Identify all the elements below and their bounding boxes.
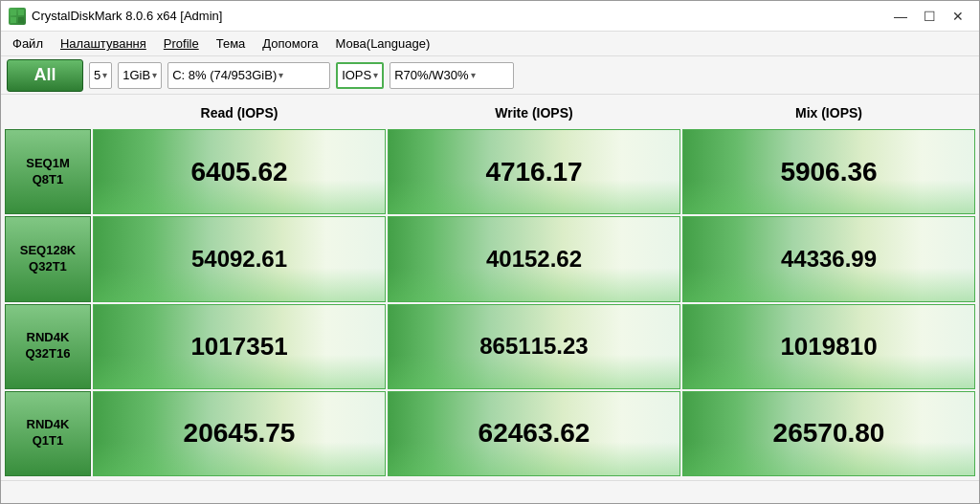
header-empty (5, 99, 91, 127)
header-write: Write (IOPS) (388, 99, 680, 127)
drive-dropdown[interactable]: C: 8% (74/953GiB) ▾ (167, 62, 330, 89)
main-content: Read (IOPS) Write (IOPS) Mix (IOPS) SEQ1… (1, 95, 979, 480)
menu-settings[interactable]: Налаштування (53, 34, 154, 53)
cell-rnd4k-q1-read: 20645.75 (93, 391, 386, 476)
table-header: Read (IOPS) Write (IOPS) Mix (IOPS) (5, 99, 975, 127)
cell-rnd4k-q32-write: 865115.23 (388, 304, 680, 389)
drive-value: C: 8% (74/953GiB) (172, 68, 277, 82)
status-bar (1, 480, 979, 503)
svg-rect-0 (11, 10, 16, 15)
mode-dropdown[interactable]: IOPS ▾ (336, 62, 384, 89)
cell-seq128k-mix: 44336.99 (682, 216, 975, 301)
profile-value: R70%/W30% (394, 68, 468, 82)
toolbar: All 5 ▾ 1GiB ▾ C: 8% (74/953GiB) ▾ IOPS … (1, 56, 979, 95)
table-row: RND4KQ32T16 1017351 865115.23 1019810 (5, 304, 975, 389)
minimize-button[interactable]: — (887, 6, 914, 27)
table-body: SEQ1MQ8T1 6405.62 4716.17 5906.36 SEQ128… (5, 129, 975, 476)
drive-arrow: ▾ (278, 70, 283, 80)
header-read: Read (IOPS) (93, 99, 386, 127)
value-seq1m-mix: 5906.36 (780, 157, 877, 187)
cell-rnd4k-q32-read: 1017351 (93, 304, 386, 389)
row-label-rnd4k-q32: RND4KQ32T16 (5, 304, 91, 389)
size-dropdown[interactable]: 1GiB ▾ (118, 62, 162, 89)
menu-file[interactable]: Файл (5, 34, 51, 53)
row-label-seq128k: SEQ128KQ32T1 (5, 216, 91, 301)
cell-seq1m-read: 6405.62 (93, 129, 386, 214)
menu-bar: Файл Налаштування Profile Тема Допомога … (1, 32, 979, 56)
svg-rect-2 (11, 17, 16, 23)
size-arrow: ▾ (152, 70, 157, 80)
svg-rect-1 (18, 10, 24, 15)
main-window: CrystalDiskMark 8.0.6 x64 [Admin] — ☐ ✕ … (0, 0, 980, 504)
table-row: SEQ1MQ8T1 6405.62 4716.17 5906.36 (5, 129, 975, 214)
value-rnd4k-q32-read: 1017351 (190, 332, 287, 362)
table-row: RND4KQ1T1 20645.75 62463.62 26570.80 (5, 391, 975, 476)
value-seq1m-read: 6405.62 (190, 157, 287, 187)
mode-arrow: ▾ (373, 70, 378, 80)
profile-dropdown[interactable]: R70%/W30% ▾ (390, 62, 514, 89)
maximize-button[interactable]: ☐ (916, 6, 943, 27)
menu-theme[interactable]: Тема (209, 34, 254, 53)
cell-rnd4k-q32-mix: 1019810 (682, 304, 975, 389)
count-value: 5 (94, 68, 100, 82)
title-bar: CrystalDiskMark 8.0.6 x64 [Admin] — ☐ ✕ (1, 1, 979, 32)
size-value: 1GiB (122, 68, 150, 82)
menu-profile[interactable]: Profile (156, 34, 207, 53)
cell-seq128k-read: 54092.61 (93, 216, 386, 301)
value-seq128k-mix: 44336.99 (781, 246, 877, 273)
count-arrow: ▾ (102, 70, 107, 80)
row-label-seq1m: SEQ1MQ8T1 (5, 129, 91, 214)
window-controls: — ☐ ✕ (887, 6, 971, 27)
value-rnd4k-q1-mix: 26570.80 (773, 418, 885, 449)
cell-seq128k-write: 40152.62 (388, 216, 680, 301)
profile-arrow: ▾ (471, 70, 476, 80)
row-label-rnd4k-q1: RND4KQ1T1 (5, 391, 91, 476)
mode-value: IOPS (342, 68, 371, 82)
value-seq128k-write: 40152.62 (486, 246, 582, 273)
cell-rnd4k-q1-mix: 26570.80 (682, 391, 975, 476)
value-seq128k-read: 54092.61 (191, 246, 287, 273)
title-bar-left: CrystalDiskMark 8.0.6 x64 [Admin] (9, 8, 222, 25)
value-seq1m-write: 4716.17 (485, 157, 582, 187)
cell-rnd4k-q1-write: 62463.62 (388, 391, 680, 476)
menu-language[interactable]: Мова(Language) (328, 34, 438, 53)
table-row: SEQ128KQ32T1 54092.61 40152.62 44336.99 (5, 216, 975, 301)
header-mix: Mix (IOPS) (682, 99, 975, 127)
app-icon (9, 8, 26, 25)
window-title: CrystalDiskMark 8.0.6 x64 [Admin] (32, 9, 222, 23)
count-dropdown[interactable]: 5 ▾ (89, 62, 112, 89)
all-button[interactable]: All (7, 59, 83, 92)
value-rnd4k-q1-read: 20645.75 (184, 418, 296, 449)
cell-seq1m-mix: 5906.36 (682, 129, 975, 214)
close-button[interactable]: ✕ (945, 6, 971, 27)
value-rnd4k-q1-write: 62463.62 (479, 418, 590, 449)
svg-rect-3 (18, 17, 24, 23)
value-rnd4k-q32-write: 865115.23 (479, 333, 588, 360)
cell-seq1m-write: 4716.17 (388, 129, 680, 214)
menu-help[interactable]: Допомога (255, 34, 325, 53)
value-rnd4k-q32-mix: 1019810 (780, 332, 877, 362)
